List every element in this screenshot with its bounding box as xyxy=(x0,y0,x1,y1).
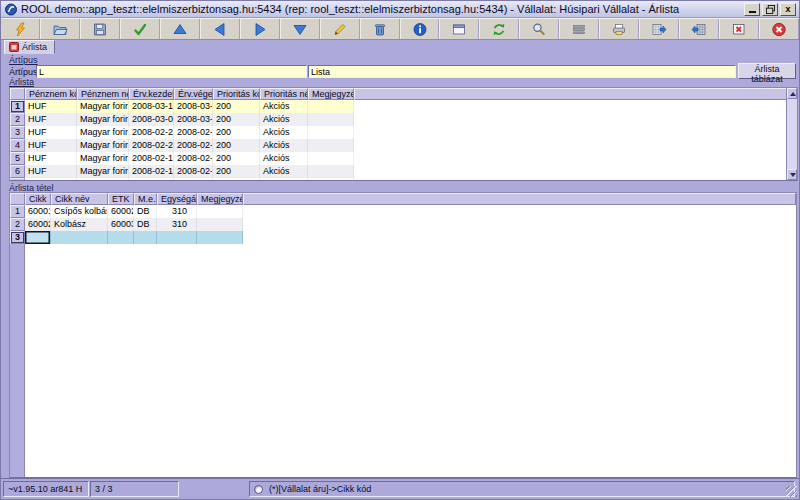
table-row[interactable]: 2HUFMagyar forint2008-03-032008-03-06200… xyxy=(10,113,354,126)
row-number-cell[interactable]: 2 xyxy=(10,113,25,126)
data-cell[interactable]: 2008-02-10 xyxy=(174,165,213,178)
data-cell[interactable]: Akciós xyxy=(260,139,308,152)
table-row[interactable]: 7HUFMagyar forint2008-02-102008-02-10200… xyxy=(10,178,354,181)
artipus-name-input[interactable] xyxy=(308,65,736,78)
tab-arlista[interactable]: Árlista xyxy=(4,40,55,54)
toolbar-button-search[interactable] xyxy=(519,19,559,39)
row-number-cell[interactable]: 5 xyxy=(10,152,25,165)
column-header[interactable]: Pénznem név xyxy=(77,88,129,100)
table-row[interactable]: 3 xyxy=(10,231,243,244)
data-cell[interactable]: 60002 xyxy=(25,218,51,231)
data-cell[interactable] xyxy=(308,139,354,152)
data-cell[interactable]: DB xyxy=(134,218,157,231)
data-cell[interactable]: 2008-02-29 xyxy=(174,126,213,139)
data-cell[interactable]: HUF xyxy=(25,165,77,178)
data-cell[interactable]: Magyar forint xyxy=(77,152,129,165)
data-cell[interactable]: 200 xyxy=(213,178,260,181)
toolbar-button-prev-record[interactable] xyxy=(200,19,240,39)
data-cell[interactable]: 2008-02-26 xyxy=(174,139,213,152)
data-cell[interactable] xyxy=(308,165,354,178)
data-cell[interactable]: Magyar forint xyxy=(77,165,129,178)
data-cell[interactable]: HUF xyxy=(25,113,77,126)
data-cell[interactable] xyxy=(134,231,157,244)
column-header[interactable]: Megjegyzés xyxy=(308,88,354,100)
toolbar-button-delete[interactable] xyxy=(360,19,400,39)
toolbar-button-edit[interactable] xyxy=(320,19,360,39)
data-cell[interactable]: Akciós xyxy=(260,165,308,178)
data-cell[interactable] xyxy=(308,178,354,181)
data-cell[interactable] xyxy=(308,113,354,126)
data-cell[interactable]: 2008-02-10 xyxy=(129,165,174,178)
row-number-cell[interactable]: 1 xyxy=(10,205,25,218)
data-cell[interactable] xyxy=(308,152,354,165)
data-cell[interactable]: Csípős kolbász xyxy=(51,205,108,218)
column-header[interactable]: Prioritás kód xyxy=(213,88,260,100)
table-row[interactable]: 260002Kolbász60003DB310 xyxy=(10,218,243,231)
toolbar-button-accept[interactable] xyxy=(120,19,160,39)
data-cell[interactable] xyxy=(157,231,197,244)
data-cell[interactable]: 200 xyxy=(213,113,260,126)
column-header[interactable]: Egységár xyxy=(157,193,197,205)
data-cell[interactable] xyxy=(197,205,243,218)
column-header[interactable]: Érv.vége xyxy=(174,88,213,100)
toolbar-button-import-table[interactable] xyxy=(679,19,719,39)
column-header[interactable]: Érv.kezdete xyxy=(129,88,174,100)
table-row[interactable]: 3HUFMagyar forint2008-02-252008-02-29200… xyxy=(10,126,354,139)
data-cell[interactable]: 2008-02-18 xyxy=(129,152,174,165)
data-cell[interactable] xyxy=(51,231,108,244)
scrollbar-up-icon[interactable] xyxy=(787,88,797,99)
toolbar-button-print[interactable] xyxy=(599,19,639,39)
row-number-cell[interactable]: 6 xyxy=(10,165,25,178)
data-cell[interactable]: 2008-02-10 xyxy=(174,178,213,181)
table-row[interactable]: 1HUFMagyar forint2008-03-102008-03-12200… xyxy=(10,100,354,113)
data-cell[interactable]: 2008-02-25 xyxy=(129,126,174,139)
data-cell[interactable] xyxy=(308,126,354,139)
column-header[interactable]: Megjegyzés xyxy=(197,193,243,205)
data-cell[interactable] xyxy=(197,218,243,231)
data-cell[interactable]: 2008-02-10 xyxy=(129,178,174,181)
data-cell[interactable]: Kolbász xyxy=(51,218,108,231)
toolbar-button-close-window[interactable] xyxy=(719,19,759,39)
scrollbar-down-icon[interactable] xyxy=(787,169,797,180)
row-number-cell[interactable]: 1 xyxy=(10,100,25,113)
data-cell[interactable]: 2008-03-10 xyxy=(129,100,174,113)
data-cell[interactable] xyxy=(25,231,51,244)
table-row[interactable]: 4HUFMagyar forint2008-02-212008-02-26200… xyxy=(10,139,354,152)
toolbar-button-export-table[interactable] xyxy=(639,19,679,39)
data-cell[interactable]: 2008-03-03 xyxy=(129,113,174,126)
data-cell[interactable]: HUF xyxy=(25,152,77,165)
data-cell[interactable] xyxy=(308,100,354,113)
data-cell[interactable]: 60003 xyxy=(108,218,134,231)
toolbar-button-first-record[interactable] xyxy=(160,19,200,39)
row-number-cell[interactable]: 7 xyxy=(10,178,25,181)
resize-grip[interactable] xyxy=(786,486,797,497)
data-cell[interactable]: DB xyxy=(134,205,157,218)
column-header[interactable]: Pénznem kód xyxy=(25,88,77,100)
toolbar-button-refresh[interactable] xyxy=(479,19,519,39)
data-cell[interactable]: Magyar forint xyxy=(77,100,129,113)
data-cell[interactable]: 2008-03-12 xyxy=(174,100,213,113)
toolbar-button-execute[interactable] xyxy=(1,19,40,39)
row-number-cell[interactable]: 2 xyxy=(10,218,25,231)
toolbar-button-list[interactable] xyxy=(559,19,599,39)
data-cell[interactable]: 2008-03-06 xyxy=(174,113,213,126)
data-cell[interactable]: Magyar forint xyxy=(77,126,129,139)
data-cell[interactable]: HUF xyxy=(25,126,77,139)
row-number-cell[interactable]: 3 xyxy=(10,126,25,139)
data-cell[interactable]: Magyar forint xyxy=(77,113,129,126)
data-cell[interactable]: 60001 xyxy=(25,205,51,218)
data-cell[interactable]: Akciós xyxy=(260,126,308,139)
data-cell[interactable]: Magyar forint xyxy=(77,139,129,152)
data-cell[interactable]: Akciós xyxy=(260,152,308,165)
row-number-cell[interactable]: 3 xyxy=(10,231,25,244)
column-header[interactable]: Cikk xyxy=(25,193,51,205)
data-cell[interactable]: 200 xyxy=(213,126,260,139)
data-cell[interactable]: Magyar forint xyxy=(77,178,129,181)
column-header[interactable]: Prioritás név xyxy=(260,88,308,100)
data-cell[interactable]: 2008-02-18 xyxy=(174,152,213,165)
data-cell[interactable]: 2008-02-21 xyxy=(129,139,174,152)
toolbar-button-window[interactable] xyxy=(439,19,479,39)
titlebar[interactable]: ROOL demo::app_teszt::elelmiszerbiztonsa… xyxy=(1,1,799,18)
data-cell[interactable] xyxy=(197,231,243,244)
row-number-cell[interactable]: 4 xyxy=(10,139,25,152)
